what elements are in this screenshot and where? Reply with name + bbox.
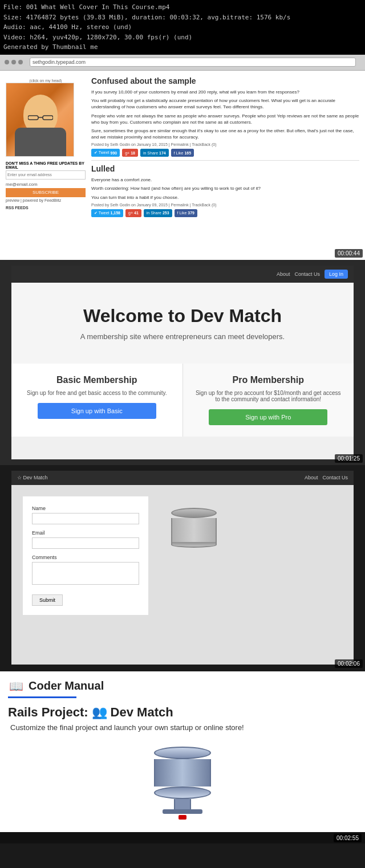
email-section-title: DON'T MISS A THING FREE UPDATES BY EMAIL xyxy=(6,161,86,169)
users-icon: 👥 xyxy=(92,705,107,720)
timestamp-1: 00:00:44 xyxy=(335,249,363,258)
panel3-about-link[interactable]: About xyxy=(305,475,318,480)
rails-project-label: Rails Project: xyxy=(8,705,88,720)
devmatch-site: About Contact Us Log In Welcome to Dev M… xyxy=(11,266,354,459)
email-subscription-section: DON'T MISS A THING FREE UPDATES BY EMAIL… xyxy=(6,161,86,210)
file-info-line4: Video: h264, yuv420p, 1280x720, 30.00 fp… xyxy=(3,32,362,43)
db-seg3 xyxy=(171,534,217,542)
timestamp-2: 00:01:25 xyxy=(335,454,363,463)
panel3-logo: ☆ Dev Match xyxy=(17,475,48,480)
email-input-contact[interactable] xyxy=(32,537,139,549)
welcome-title: Welcome to Dev Match xyxy=(29,305,336,327)
post2-text1: Everyone has a comfort zone. xyxy=(91,177,359,183)
browser-chrome: sethgodin.typepad.com xyxy=(0,55,365,71)
timestamp-3: 00:02:06 xyxy=(335,659,363,668)
rails-description: Customize the final project and launch y… xyxy=(8,723,357,732)
db-preview-top xyxy=(154,747,211,759)
welcome-hero: Welcome to Dev Match A membership site w… xyxy=(11,283,354,364)
name-input[interactable] xyxy=(32,513,139,524)
blog-content: (click on my head) DON'T MISS A THING FR… xyxy=(0,71,365,260)
email-label: Email xyxy=(32,530,139,536)
gplus2-button[interactable]: g+ 41 xyxy=(125,209,141,217)
panel3-nav-links: About Contact Us xyxy=(305,475,348,480)
nav-contact[interactable]: Contact Us xyxy=(294,271,320,277)
video-panel-2: About Contact Us Log In Welcome to Dev M… xyxy=(0,260,365,465)
db-bottom xyxy=(171,542,217,548)
devmatch-nav: About Contact Us Log In xyxy=(11,266,354,283)
pro-membership-desc: Sign up for the pro account for $10/mont… xyxy=(194,390,343,402)
database-icon-panel3 xyxy=(171,508,217,615)
gplus-button[interactable]: g+ 18 xyxy=(122,149,138,157)
post2-meta: Posted by Seth Godin on January 09, 2015… xyxy=(91,203,359,207)
pro-membership-title: Pro Membership xyxy=(194,375,343,385)
facebook-like[interactable]: f Like 165 xyxy=(171,149,194,157)
file-info-line3: Audio: aac, 44100 Hz, stereo (und) xyxy=(3,22,362,32)
welcome-subtitle: A membership site where entrepreneurs ca… xyxy=(29,332,336,341)
db-preview-icon xyxy=(154,747,211,820)
email-input[interactable] xyxy=(6,170,86,180)
preview-feedblitz-link[interactable]: preview | powered by FeedBlitz xyxy=(6,198,86,202)
file-info-line2: Size: 41764872 bytes (39.83 MiB), durati… xyxy=(3,13,362,23)
final-timestamp-bar: 00:02:55 xyxy=(0,832,365,843)
file-info-line1: File: 001 What Well Cover In This Course… xyxy=(3,2,362,13)
basic-membership-panel: Basic Membership Sign up for free and ge… xyxy=(11,364,183,437)
book-icon: 📖 xyxy=(8,678,24,694)
basic-membership-desc: Sign up for free and get basic access to… xyxy=(23,390,171,396)
coder-manual-header: 📖 Coder Manual xyxy=(8,678,357,694)
form-area: Name Email Comments Submit xyxy=(11,485,354,626)
post2-social-bar: ✔ Tweet 1,158 g+ 41 in Share 253 f Like … xyxy=(91,209,359,217)
seth-godin-image xyxy=(6,83,74,157)
svg-rect-1 xyxy=(43,116,53,120)
browser-url-bar[interactable]: sethgodin.typepad.com xyxy=(30,58,356,67)
nav-login-btn[interactable]: Log In xyxy=(325,270,348,279)
post1-meta: Posted by Seth Godin on January 10, 2015… xyxy=(91,142,359,146)
db-seg2 xyxy=(171,526,217,534)
coder-manual-title: Coder Manual xyxy=(29,679,104,692)
rails-project-name: Dev Match xyxy=(111,705,173,720)
comments-label: Comments xyxy=(32,555,139,560)
linkedin-share[interactable]: in Share 174 xyxy=(140,149,169,157)
post1-text2: You will probably not get a statisticall… xyxy=(91,97,359,110)
db-preview-seg3 xyxy=(154,777,211,787)
membership-section: Basic Membership Sign up for free and ge… xyxy=(11,364,354,437)
browser-dot-2 xyxy=(11,60,16,64)
email-field: Email xyxy=(32,530,139,549)
contact-form-site: ☆ Dev Match About Contact Us Name Email … xyxy=(11,471,354,665)
facebook2-like[interactable]: f Like 379 xyxy=(175,209,197,217)
post1-social-bar: ✔ Tweet 990 g+ 18 in Share 174 f Like 16… xyxy=(91,149,359,157)
post2-text2: Worth considering: How hard (and how oft… xyxy=(91,185,359,191)
file-info-line5: Generated by Thumbnail me xyxy=(3,42,362,52)
coder-manual-section: 📖 Coder Manual Rails Project: 👥 Dev Matc… xyxy=(0,670,365,832)
post1-text4: Sure, sometimes the groups are similar e… xyxy=(91,128,359,140)
comments-textarea[interactable] xyxy=(32,562,139,585)
db-cylinder xyxy=(171,508,217,548)
signup-basic-button[interactable]: Sign up with Basic xyxy=(38,403,156,419)
click-head-label: (click on my head) xyxy=(6,79,86,83)
linkedin2-share[interactable]: in Share 253 xyxy=(144,209,172,217)
tweet2-button[interactable]: ✔ Tweet 1,158 xyxy=(91,209,123,217)
signup-pro-button[interactable]: Sign up with Pro xyxy=(209,409,327,425)
blog-sidebar: (click on my head) DON'T MISS A THING FR… xyxy=(6,76,86,254)
panel3-contact-link[interactable]: Contact Us xyxy=(322,475,348,480)
db-preview-stand xyxy=(174,799,191,809)
submit-button[interactable]: Submit xyxy=(32,594,63,606)
browser-dot-3 xyxy=(18,60,23,64)
post1-text3: People who vote are not always the same … xyxy=(91,113,359,125)
nav-about[interactable]: About xyxy=(277,271,290,277)
db-preview-seg2 xyxy=(154,768,211,777)
email-value-display: me@email.com xyxy=(6,182,86,187)
panel3-nav: ☆ Dev Match About Contact Us xyxy=(11,471,354,485)
seth-glasses xyxy=(28,115,53,120)
preview-db-container xyxy=(8,741,357,825)
rails-project-title: Rails Project: 👥 Dev Match xyxy=(8,705,357,720)
subscribe-button[interactable]: SUBSCRIBE xyxy=(6,188,86,197)
pro-membership-panel: Pro Membership Sign up for the pro accou… xyxy=(183,364,354,437)
comments-field: Comments xyxy=(32,555,139,586)
db-red-indicator xyxy=(179,815,186,820)
video-panel-3: ☆ Dev Match About Contact Us Name Email … xyxy=(0,465,365,670)
db-preview-seg1 xyxy=(154,759,211,768)
post-divider xyxy=(91,160,359,161)
db-preview-base xyxy=(163,809,202,814)
name-label: Name xyxy=(32,506,139,511)
tweet-button[interactable]: ✔ Tweet 990 xyxy=(91,149,120,157)
